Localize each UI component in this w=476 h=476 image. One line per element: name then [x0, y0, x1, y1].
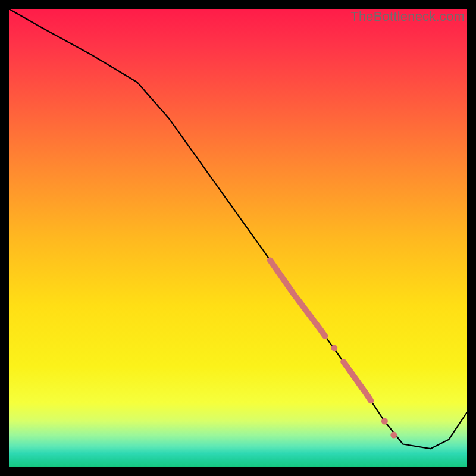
- highlight-dot-1: [331, 345, 337, 351]
- highlight-dot-3: [390, 432, 397, 439]
- highlight-band-1: [270, 260, 325, 336]
- chart-frame: TheBottleneck.com: [0, 0, 476, 476]
- plot-area: TheBottleneck.com: [9, 9, 467, 467]
- chart-overlay: [9, 9, 467, 467]
- highlight-band-2: [343, 362, 371, 401]
- highlight-dot-2: [381, 418, 388, 425]
- bottleneck-curve: [9, 9, 467, 449]
